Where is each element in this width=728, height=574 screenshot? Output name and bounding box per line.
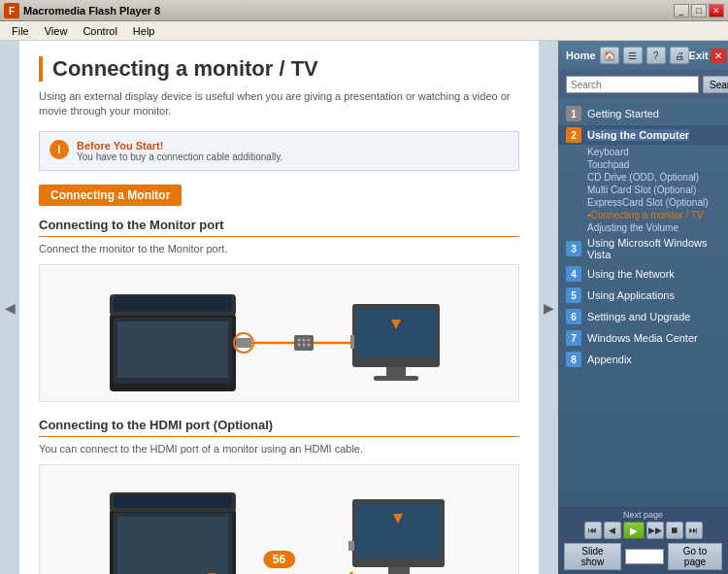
search-input[interactable] [566, 76, 699, 93]
toc-item-6[interactable]: 6 Settings and Upgrade [558, 306, 728, 327]
diagram-monitor-port [39, 264, 519, 402]
toc-num-1: 1 [566, 106, 581, 121]
goto-button[interactable]: Go to page [668, 543, 722, 570]
prev-button[interactable]: ◀ [604, 522, 621, 539]
next-ctrl-button[interactable]: ▶▶ [646, 522, 664, 539]
info-content: Before You Start! You have to buy a conn… [77, 140, 282, 162]
right-panel: Home 🏠 ☰ ? 🖨 Exit ✕ Search + - 1 [558, 41, 728, 574]
page-number: 56 [263, 551, 295, 568]
toc-label-4: Using the Network [587, 268, 675, 280]
search-area: Search + - [558, 70, 728, 99]
stop-button[interactable]: ⏹ [666, 522, 683, 539]
close-button[interactable]: ✕ [709, 4, 724, 17]
page-input[interactable] [625, 549, 664, 564]
svg-rect-7 [114, 296, 232, 312]
toc-num-2: 2 [566, 127, 581, 143]
menu-file[interactable]: File [4, 21, 37, 40]
svg-rect-27 [117, 517, 228, 574]
toc-item-1[interactable]: 1 Getting Started [558, 103, 728, 124]
toc-item-4[interactable]: 4 Using the Network [558, 263, 728, 285]
toc-sub-multicard[interactable]: Multi Card Slot (Optional) [558, 184, 728, 196]
svg-point-15 [302, 343, 305, 346]
svg-point-13 [307, 338, 310, 341]
toc-sub-cd[interactable]: CD Drive (ODD, Optional) [558, 171, 728, 184]
search-button[interactable]: Search [703, 76, 728, 93]
toc-sub-keyboard[interactable]: Keyboard [558, 146, 728, 158]
toc-label-8: Appendix [587, 354, 632, 365]
toc-sub-monitor[interactable]: •Connecting a monitor / TV [558, 209, 728, 221]
home-button[interactable]: 🏠 [600, 47, 619, 64]
toc-label-5: Using Applications [587, 289, 675, 301]
toc-item-8[interactable]: 8 Appendix [558, 349, 728, 370]
toc-num-6: 6 [566, 309, 581, 324]
toc-num-3: 3 [566, 241, 581, 256]
exit-button[interactable]: ✕ [711, 49, 726, 63]
home-group: Home 🏠 ☰ ? 🖨 [566, 47, 689, 64]
toc-label-6: Settings and Upgrade [587, 311, 690, 322]
menu-help[interactable]: Help [125, 21, 163, 40]
next-page-label: Next page [564, 510, 722, 520]
window-buttons[interactable]: _ □ ✕ [674, 4, 724, 17]
nav-prev-button[interactable]: ◀ [0, 41, 19, 574]
section-button[interactable]: Connecting a Monitor [39, 185, 182, 206]
window-title: Macromedia Flash Player 8 [23, 5, 674, 17]
right-top-nav: Home 🏠 ☰ ? 🖨 Exit ✕ [558, 41, 728, 70]
toc-num-7: 7 [566, 330, 581, 346]
menu-control[interactable]: Control [75, 21, 124, 40]
slideshow-button[interactable]: Slide show [564, 543, 621, 570]
toc-num-8: 8 [566, 352, 581, 367]
svg-rect-8 [236, 338, 251, 348]
svg-rect-36 [348, 541, 354, 551]
svg-rect-22 [350, 335, 354, 349]
toc-sub-touchpad[interactable]: Touchpad [558, 158, 728, 171]
info-title: Before You Start! [77, 140, 282, 152]
svg-point-16 [307, 343, 310, 346]
exit-label: Exit [689, 50, 709, 61]
svg-rect-29 [114, 494, 232, 508]
toc-label-7: Windows Media Center [587, 332, 698, 344]
svg-point-11 [297, 338, 300, 341]
toc-num-5: 5 [566, 287, 581, 303]
last-button[interactable]: ⏭ [685, 522, 703, 539]
svg-rect-5 [117, 321, 228, 378]
toc-button[interactable]: ☰ [623, 47, 643, 64]
toc-item-7[interactable]: 7 Windows Media Center [558, 327, 728, 349]
toc-label-3: Using Microsoft Windows Vista [587, 237, 720, 260]
info-text: You have to buy a connection cable addit… [77, 152, 282, 162]
page-subtitle: Using an external display device is usef… [39, 89, 519, 119]
exit-group: Exit ✕ [689, 49, 726, 63]
svg-point-14 [297, 343, 300, 346]
toc-item-3[interactable]: 3 Using Microsoft Windows Vista [558, 234, 728, 263]
menu-view[interactable]: View [37, 21, 76, 40]
help-button[interactable]: ? [646, 47, 666, 64]
print-button[interactable]: 🖨 [670, 47, 689, 64]
bottom-controls: Next page ⏮ ◀ ▶ ▶▶ ⏹ ⏭ Slide show Go to … [558, 506, 728, 574]
home-label: Home [566, 50, 596, 61]
first-button[interactable]: ⏮ [584, 522, 602, 539]
svg-rect-19 [356, 308, 436, 358]
subsection2-text: You can connect to the HDMI port of a mo… [39, 443, 519, 455]
info-icon: i [50, 140, 69, 159]
toc-item-5[interactable]: 5 Using Applications [558, 285, 728, 306]
toc-sub-volume[interactable]: Adjusting the Volume [558, 221, 728, 234]
page-title: Connecting a monitor / TV [39, 56, 519, 82]
svg-rect-20 [386, 367, 406, 377]
content-area: Connecting a monitor / TV Using an exter… [19, 41, 539, 574]
subsection2-title: Connecting to the HDMI port (Optional) [39, 418, 519, 437]
svg-rect-34 [388, 567, 410, 574]
toc-label-1: Getting Started [587, 108, 659, 119]
toc-sub-expresscard[interactable]: ExpressCard Slot (Optional) [558, 196, 728, 209]
svg-point-12 [302, 338, 305, 341]
main-container: ◀ Connecting a monitor / TV Using an ext… [0, 41, 728, 574]
playback-controls: ⏮ ◀ ▶ ▶▶ ⏹ ⏭ [564, 522, 722, 539]
app-icon: F [4, 3, 19, 18]
maximize-button[interactable]: □ [691, 4, 707, 17]
toc-item-2[interactable]: 2 Using the Computer [558, 125, 728, 145]
minimize-button[interactable]: _ [674, 4, 689, 17]
toc-label-2: Using the Computer [587, 129, 689, 141]
svg-rect-33 [356, 503, 441, 558]
nav-next-button[interactable]: ▶ [539, 41, 558, 574]
subsection1-title: Connecting to the Monitor port [39, 218, 519, 237]
svg-rect-10 [294, 335, 314, 351]
play-button[interactable]: ▶ [623, 522, 645, 539]
